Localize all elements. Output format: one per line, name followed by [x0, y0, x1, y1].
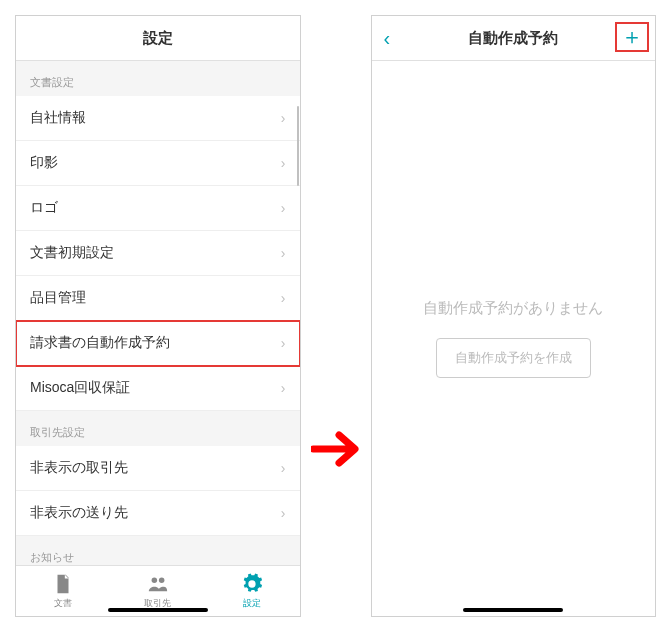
- row-logo[interactable]: ロゴ›: [16, 186, 300, 231]
- empty-state: 自動作成予約がありません 自動作成予約を作成: [372, 61, 656, 616]
- empty-message: 自動作成予約がありません: [423, 299, 603, 318]
- document-icon: [52, 573, 74, 595]
- chevron-right-icon: ›: [281, 200, 286, 216]
- row-hidden-clients[interactable]: 非表示の取引先›: [16, 446, 300, 491]
- row-label: 非表示の取引先: [30, 459, 128, 477]
- add-button[interactable]: ＋: [621, 26, 643, 48]
- row-label: 自社情報: [30, 109, 86, 127]
- row-item-mgmt[interactable]: 品目管理›: [16, 276, 300, 321]
- section-header-notifications: お知らせ: [16, 536, 300, 565]
- row-label: 印影: [30, 154, 58, 172]
- chevron-right-icon: ›: [281, 380, 286, 396]
- row-label: Misoca回収保証: [30, 379, 130, 397]
- flow-arrow: [311, 429, 361, 473]
- tab-documents[interactable]: 文書: [16, 566, 111, 616]
- header-title: 自動作成予約: [468, 29, 558, 48]
- settings-list[interactable]: 文書設定 自社情報› 印影› ロゴ› 文書初期設定› 品目管理› 請求書の自動作…: [16, 61, 300, 565]
- svg-point-0: [151, 577, 157, 583]
- auto-create-screen: ‹ 自動作成予約 ＋ 自動作成予約がありません 自動作成予約を作成: [371, 15, 657, 617]
- section-header-documents: 文書設定: [16, 61, 300, 96]
- row-auto-create-invoice[interactable]: 請求書の自動作成予約›: [16, 321, 300, 366]
- tab-label: 文書: [54, 597, 72, 610]
- home-indicator[interactable]: [108, 608, 208, 612]
- row-hidden-destinations[interactable]: 非表示の送り先›: [16, 491, 300, 536]
- section-header-clients: 取引先設定: [16, 411, 300, 446]
- row-company-info[interactable]: 自社情報›: [16, 96, 300, 141]
- scrollbar[interactable]: [297, 106, 299, 186]
- header: ‹ 自動作成予約 ＋: [372, 16, 656, 61]
- row-label: 非表示の送り先: [30, 504, 128, 522]
- people-icon: [147, 573, 169, 595]
- create-auto-reservation-button[interactable]: 自動作成予約を作成: [436, 338, 591, 378]
- settings-screen: 設定 文書設定 自社情報› 印影› ロゴ› 文書初期設定› 品目管理› 請求書の…: [15, 15, 301, 617]
- row-seal[interactable]: 印影›: [16, 141, 300, 186]
- row-label: 文書初期設定: [30, 244, 114, 262]
- chevron-right-icon: ›: [281, 245, 286, 261]
- chevron-right-icon: ›: [281, 505, 286, 521]
- chevron-right-icon: ›: [281, 110, 286, 126]
- chevron-right-icon: ›: [281, 460, 286, 476]
- back-button[interactable]: ‹: [384, 28, 391, 48]
- home-indicator[interactable]: [463, 608, 563, 612]
- gear-icon: [241, 573, 263, 595]
- row-misoca-guarantee[interactable]: Misoca回収保証›: [16, 366, 300, 411]
- chevron-right-icon: ›: [281, 335, 286, 351]
- row-label: ロゴ: [30, 199, 58, 217]
- row-default-doc[interactable]: 文書初期設定›: [16, 231, 300, 276]
- tab-label: 設定: [243, 597, 261, 610]
- tab-settings[interactable]: 設定: [205, 566, 300, 616]
- arrow-right-icon: [311, 429, 361, 469]
- chevron-right-icon: ›: [281, 155, 286, 171]
- header-title: 設定: [143, 29, 173, 48]
- row-label: 請求書の自動作成予約: [30, 334, 170, 352]
- chevron-right-icon: ›: [281, 290, 286, 306]
- add-button-highlight: ＋: [615, 22, 649, 52]
- row-label: 品目管理: [30, 289, 86, 307]
- header: 設定: [16, 16, 300, 61]
- svg-point-1: [159, 577, 165, 583]
